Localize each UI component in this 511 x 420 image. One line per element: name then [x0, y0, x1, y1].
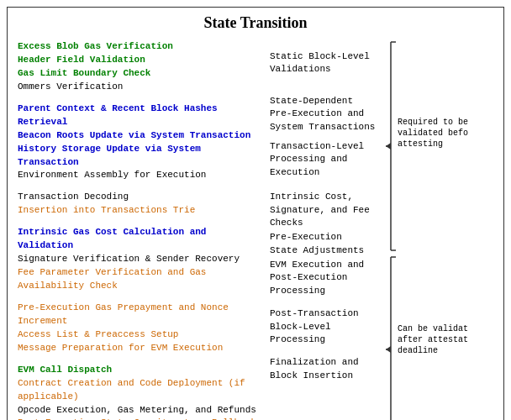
page-title: State Transition — [8, 14, 503, 32]
mid-label-3: Transaction-LevelProcessing andExecution — [270, 140, 377, 179]
svg-text:Can be validated: Can be validated — [398, 324, 468, 333]
line: Signature Verification & Sender Recovery — [18, 253, 260, 266]
svg-text:attesting: attesting — [398, 139, 443, 149]
line: Parent Context & Recent Block Hashes Ret… — [18, 102, 260, 129]
content-area: Excess Blob Gas Verification Header Fiel… — [8, 40, 503, 420]
line: Contract Creation and Code Deployment (i… — [18, 377, 260, 404]
mid-label-5: Pre-ExecutionState Adjustments — [270, 231, 377, 257]
svg-marker-12 — [386, 346, 391, 353]
svg-text:deadline: deadline — [398, 346, 438, 355]
annotation-svg: Required to be validated before attestin… — [384, 40, 468, 420]
mid-label-2: State-DependentPre-Execution andSystem T… — [270, 95, 377, 134]
line: History Storage Update via System Transa… — [18, 143, 260, 170]
main-container: State Transition Excess Blob Gas Verific… — [7, 7, 504, 420]
mid-label-1: Static Block-LevelValidations — [270, 50, 377, 76]
line: Post-Execution State Commitment or Rollb… — [18, 417, 260, 420]
mid-label-6: EVM Execution andPost-ExecutionProcessin… — [270, 259, 377, 297]
section-4: Intrinsic Gas Cost Calculation and Valid… — [18, 226, 260, 293]
line: Intrinsic Gas Cost Calculation and Valid… — [18, 226, 260, 253]
section-2: Parent Context & Recent Block Hashes Ret… — [18, 102, 260, 183]
svg-text:validated before: validated before — [398, 129, 468, 138]
line: Beacon Roots Update via System Transacti… — [18, 129, 260, 143]
line: Header Field Validation — [18, 54, 260, 67]
line: Opcode Execution, Gas Metering, and Refu… — [18, 404, 260, 417]
line: Environment Assembly for Execution — [18, 169, 260, 182]
line: Excess Blob Gas Verification — [18, 40, 260, 54]
section-6: EVM Call Dispatch Contract Creation and … — [18, 364, 260, 420]
mid-label-8: Finalization andBlock Insertion — [270, 356, 377, 382]
section-3: Transaction Decoding Insertion into Tran… — [18, 191, 260, 218]
mid-label-4: Intrinsic Cost,Signature, and FeeChecks — [270, 191, 377, 229]
svg-text:Required to be: Required to be — [398, 118, 468, 127]
mid-column: Static Block-LevelValidations State-Depe… — [263, 40, 381, 420]
line: Fee Parameter Verification and Gas Avail… — [18, 266, 260, 293]
line: Ommers Verification — [18, 81, 260, 94]
line: Gas Limit Boundary Check — [18, 67, 260, 81]
section-5: Pre-Execution Gas Prepayment and Nonce I… — [18, 302, 260, 355]
line: EVM Call Dispatch — [18, 364, 260, 377]
line: Access List & Preaccess Setup — [18, 328, 260, 342]
right-column: Required to be validated before attestin… — [381, 40, 500, 420]
section-1: Excess Blob Gas Verification Header Fiel… — [18, 40, 260, 94]
line: Insertion into Transactions Trie — [18, 204, 260, 218]
line: Pre-Execution Gas Prepayment and Nonce I… — [18, 302, 260, 328]
left-column: Excess Blob Gas Verification Header Fiel… — [11, 40, 263, 420]
svg-text:after attestation: after attestation — [398, 335, 468, 344]
line: Transaction Decoding — [18, 191, 260, 204]
mid-label-7: Post-TransactionBlock-LevelProcessing — [270, 307, 377, 346]
line: Message Preparation for EVM Execution — [18, 342, 260, 355]
svg-marker-4 — [386, 143, 391, 150]
